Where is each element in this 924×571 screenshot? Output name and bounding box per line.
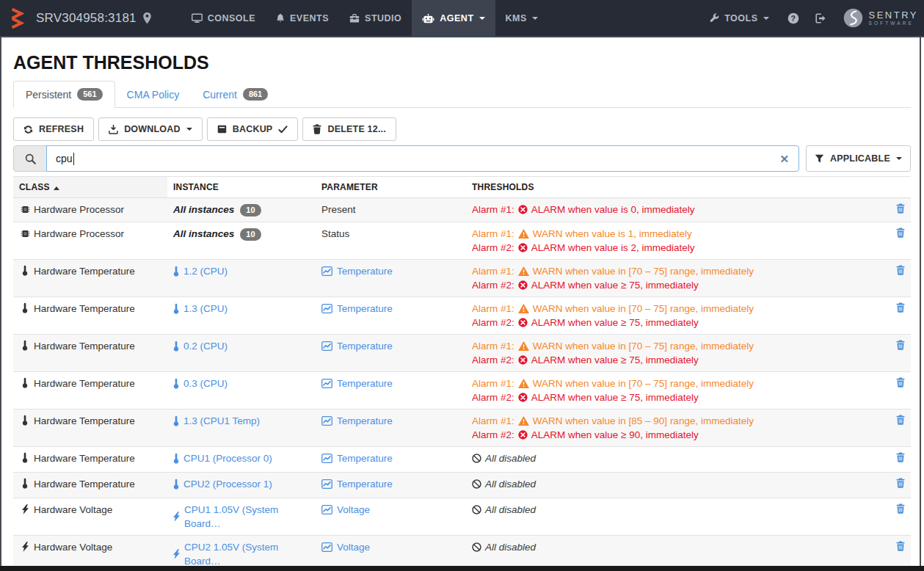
nav-label: STUDIO: [365, 13, 401, 23]
parameter-link[interactable]: Temperature: [321, 264, 393, 278]
search-addon: [13, 145, 47, 172]
header-thresholds[interactable]: THRESHOLDS: [466, 177, 881, 198]
nav-kms[interactable]: KMS: [495, 0, 548, 36]
parameter-link[interactable]: Temperature: [321, 302, 393, 316]
threshold-line: Alarm #2:ALARM when value ≥ 75, immediat…: [472, 353, 876, 367]
delete-row-button[interactable]: [892, 451, 909, 465]
nav-agent[interactable]: AGENT: [412, 0, 495, 36]
alarm-prefix: Alarm #2:: [472, 428, 514, 442]
delete-row-button[interactable]: [892, 339, 909, 353]
instance-link[interactable]: CPU2 1.05V (System Board…: [173, 540, 310, 568]
delete-row-button[interactable]: [892, 503, 909, 517]
alarm-prefix: Alarm #2:: [472, 278, 514, 292]
chart-icon: [321, 454, 332, 463]
instance-link[interactable]: CPU1 1.05V (System Board…: [173, 503, 310, 531]
class-label: Hardware Temperature: [34, 341, 135, 352]
help-button[interactable]: ?: [779, 0, 807, 36]
parameter-link[interactable]: Temperature: [321, 477, 393, 491]
instance-link[interactable]: 1.2 (CPU): [173, 264, 228, 278]
threshold-text: WARN when value is 1, immediately: [533, 227, 692, 241]
clear-search-icon[interactable]: ✕: [779, 153, 789, 164]
sentry-logo-icon: [843, 8, 863, 28]
trash-icon: [896, 452, 905, 462]
trash-icon: [896, 541, 905, 551]
tab-persistent[interactable]: Persistent 561: [13, 81, 115, 108]
refresh-button[interactable]: REFRESH: [13, 117, 94, 141]
caret-down-icon: [532, 17, 538, 20]
alarm-circle-icon: [518, 355, 528, 365]
parameter-link[interactable]: Temperature: [321, 339, 393, 353]
trash-icon: [896, 340, 905, 350]
nav-label: KMS: [506, 13, 527, 23]
bmc-logo-icon[interactable]: [9, 7, 29, 29]
parameter-link[interactable]: Temperature: [321, 451, 393, 465]
parameter-label: Voltage: [337, 503, 370, 517]
header-class[interactable]: CLASS: [13, 177, 167, 198]
archive-box-icon: [217, 125, 227, 134]
trash-icon: [896, 265, 905, 275]
instance-link[interactable]: 0.2 (CPU): [173, 339, 228, 353]
tabs: Persistent 561 CMA Policy Current 861: [13, 81, 911, 108]
delete-row-button[interactable]: [892, 540, 909, 554]
alarm-prefix: Alarm #1:: [472, 264, 514, 278]
thermometer-icon: [173, 303, 179, 314]
alarm-prefix: Alarm #1:: [472, 414, 514, 428]
download-button[interactable]: DOWNLOAD: [98, 117, 203, 141]
threshold-line: Alarm #1:ALARM when value is 0, immediat…: [472, 203, 876, 217]
chart-icon: [321, 542, 332, 552]
navbar-right: TOOLS ? SENTRY SOFTWARE: [699, 0, 924, 36]
thermometer-icon: [19, 265, 31, 276]
thermometer-icon: [173, 479, 179, 490]
delete-row-button[interactable]: [892, 227, 909, 241]
instance-link[interactable]: 1.3 (CPU): [173, 302, 228, 316]
delete-row-button[interactable]: [892, 302, 909, 316]
header-instance[interactable]: INSTANCE: [167, 177, 316, 198]
delete-row-button[interactable]: [892, 414, 909, 428]
nav-events[interactable]: EVENTS: [266, 0, 339, 36]
delete-row-button[interactable]: [892, 203, 909, 217]
parameter-link[interactable]: Temperature: [321, 414, 393, 428]
class-label: Hardware Temperature: [34, 415, 135, 426]
bell-icon: [276, 12, 285, 23]
parameter-label: Temperature: [337, 414, 393, 428]
applicable-filter-button[interactable]: APPLICABLE: [806, 145, 911, 172]
server-selector[interactable]: SRV304958:3181: [36, 11, 152, 26]
funnel-icon: [815, 154, 824, 163]
location-pin-icon: [142, 12, 152, 24]
instance-link[interactable]: CPU2 (Processor 1): [173, 477, 272, 491]
thermometer-icon: [19, 415, 31, 426]
delete-row-button[interactable]: [892, 477, 909, 491]
nav-studio[interactable]: STUDIO: [339, 0, 412, 36]
chart-icon: [321, 479, 332, 489]
logout-button[interactable]: [807, 0, 834, 36]
instance-link[interactable]: 0.3 (CPU): [173, 377, 228, 390]
parameter-link[interactable]: Voltage: [321, 540, 370, 554]
header-parameter[interactable]: PARAMETER: [316, 177, 466, 198]
thermometer-icon: [173, 415, 179, 426]
parameter-label: Temperature: [337, 451, 393, 465]
instance-link[interactable]: 1.3 (CPU1 Temp): [173, 414, 260, 428]
class-label: Hardware Processor: [34, 204, 124, 215]
chart-icon: [321, 379, 332, 388]
parameter-link[interactable]: Voltage: [321, 503, 370, 517]
table-header-row: CLASS INSTANCE PARAMETER THRESHOLDS: [13, 177, 911, 198]
nav-tools[interactable]: TOOLS: [699, 0, 779, 36]
table-row: Hardware TemperatureCPU2 (Processor 1)Te…: [13, 473, 911, 498]
parameter-link[interactable]: Temperature: [321, 377, 393, 390]
threshold-line: All disabled: [472, 477, 876, 491]
ban-icon: [472, 505, 481, 514]
search-input[interactable]: cpu ✕: [46, 145, 799, 172]
nav-label: EVENTS: [290, 13, 329, 23]
backup-button[interactable]: BACKUP: [207, 117, 299, 141]
delete-button[interactable]: DELETE 12...: [302, 117, 396, 141]
nav-console[interactable]: CONSOLE: [181, 0, 266, 36]
caret-down-icon: [186, 128, 192, 131]
tab-current[interactable]: Current 861: [191, 81, 280, 108]
instance-link[interactable]: CPU1 (Processor 0): [173, 451, 272, 465]
delete-row-button[interactable]: [892, 377, 909, 390]
threshold-line: Alarm #2:ALARM when value is 2, immediat…: [472, 241, 876, 255]
delete-row-button[interactable]: [892, 264, 909, 278]
tab-cma-policy[interactable]: CMA Policy: [115, 81, 192, 108]
thresholds-table-body: Hardware ProcessorAll instances10Present…: [13, 198, 911, 571]
tab-label: Current: [203, 89, 237, 101]
